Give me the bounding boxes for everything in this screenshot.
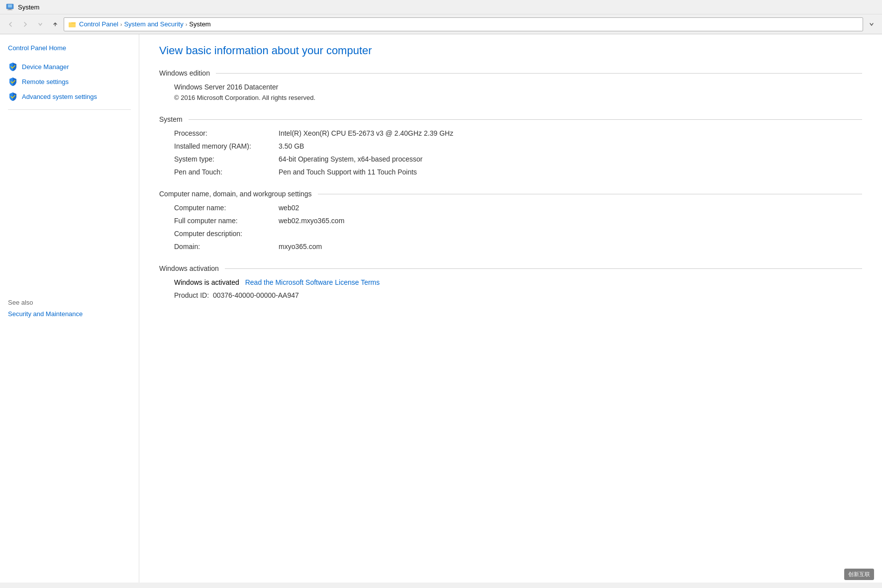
computer-description-label: Computer description:: [174, 230, 279, 238]
up-button[interactable]: [49, 18, 62, 31]
computer-name-row: Computer name: web02: [174, 204, 862, 212]
product-id-row: Product ID: 00376-40000-00000-AA947: [174, 291, 862, 299]
license-terms-link[interactable]: Read the Microsoft Software License Term…: [245, 278, 380, 286]
see-also-label: See also: [8, 299, 131, 306]
system-type-label: System type:: [174, 155, 279, 163]
ram-label: Installed memory (RAM):: [174, 142, 279, 150]
windows-edition-divider: [216, 73, 862, 74]
svg-rect-2: [8, 9, 11, 10]
sidebar-item-advanced-system-settings[interactable]: Advanced system settings: [8, 91, 131, 101]
pen-touch-row: Pen and Touch: Pen and Touch Support wit…: [174, 168, 862, 176]
security-maintenance-link[interactable]: Security and Maintenance: [8, 310, 131, 318]
windows-edition-header-text: Windows edition: [159, 69, 210, 77]
recent-locations-button[interactable]: [34, 18, 47, 31]
system-content: Processor: Intel(R) Xeon(R) CPU E5-2673 …: [159, 129, 862, 176]
back-button[interactable]: [4, 18, 17, 31]
computer-name-header-text: Computer name, domain, and workgroup set…: [159, 190, 312, 198]
computer-description-row: Computer description:: [174, 230, 862, 238]
advanced-system-settings-label: Advanced system settings: [22, 93, 97, 100]
shield-icon-advanced-settings: [8, 91, 18, 101]
domain-value: mxyo365.com: [279, 243, 322, 251]
device-manager-label: Device Manager: [22, 63, 69, 71]
system-icon: [6, 3, 14, 11]
sidebar-item-remote-settings[interactable]: Remote settings: [8, 77, 131, 86]
windows-edition-section-header: Windows edition: [159, 69, 862, 77]
processor-value: Intel(R) Xeon(R) CPU E5-2673 v3 @ 2.40GH…: [279, 129, 453, 137]
sidebar: Control Panel Home Device Manager Remote…: [0, 34, 139, 583]
folder-icon: [68, 20, 76, 28]
activation-divider: [225, 268, 862, 269]
breadcrumb-control-panel[interactable]: Control Panel: [79, 20, 118, 28]
remote-settings-label: Remote settings: [22, 78, 69, 85]
system-divider: [189, 119, 862, 120]
processor-label: Processor:: [174, 129, 279, 137]
computer-name-section-header: Computer name, domain, and workgroup set…: [159, 190, 862, 198]
breadcrumb-system-security[interactable]: System and Security: [124, 20, 183, 28]
sidebar-item-device-manager[interactable]: Device Manager: [8, 62, 131, 72]
processor-row: Processor: Intel(R) Xeon(R) CPU E5-2673 …: [174, 129, 862, 137]
product-id-label: Product ID:: [174, 291, 209, 299]
edition-name: Windows Server 2016 Datacenter: [174, 83, 862, 91]
pen-touch-label: Pen and Touch:: [174, 168, 279, 176]
system-type-row: System type: 64-bit Operating System, x6…: [174, 155, 862, 163]
windows-edition-content: Windows Server 2016 Datacenter © 2016 Mi…: [159, 83, 862, 101]
ram-row: Installed memory (RAM): 3.50 GB: [174, 142, 862, 150]
pen-touch-value: Pen and Touch Support with 11 Touch Poin…: [279, 168, 417, 176]
page-title: View basic information about your comput…: [159, 44, 862, 57]
system-type-value: 64-bit Operating System, x64-based proce…: [279, 155, 422, 163]
breadcrumb-system: System: [189, 20, 210, 28]
control-panel-home-link[interactable]: Control Panel Home: [8, 44, 131, 52]
content-area: View basic information about your comput…: [139, 34, 882, 583]
title-bar: System: [0, 0, 882, 14]
domain-label: Domain:: [174, 243, 279, 251]
computer-name-divider: [318, 194, 862, 194]
main-container: Control Panel Home Device Manager Remote…: [0, 34, 882, 583]
full-computer-name-row: Full computer name: web02.mxyo365.com: [174, 217, 862, 225]
copyright-text: © 2016 Microsoft Corporation. All rights…: [174, 94, 862, 101]
activation-status-row: Windows is activated Read the Microsoft …: [174, 278, 862, 286]
watermark: 创新互联: [844, 569, 874, 580]
system-section-header: System: [159, 115, 862, 123]
full-computer-name-label: Full computer name:: [174, 217, 279, 225]
computer-name-label: Computer name:: [174, 204, 279, 212]
forward-button[interactable]: [19, 18, 32, 31]
domain-row: Domain: mxyo365.com: [174, 243, 862, 251]
activation-status: Windows is activated: [174, 278, 239, 286]
shield-icon-remote-settings: [8, 77, 18, 86]
address-dropdown-button[interactable]: [865, 17, 878, 31]
product-id-value: 00376-40000-00000-AA947: [213, 291, 299, 299]
computer-name-value: web02: [279, 204, 299, 212]
svg-rect-3: [7, 10, 12, 10]
nav-bar: Control Panel › System and Security › Sy…: [0, 14, 882, 34]
shield-icon-device-manager: [8, 62, 18, 72]
breadcrumb-bar: Control Panel › System and Security › Sy…: [64, 17, 863, 31]
svg-rect-1: [8, 4, 12, 7]
title-bar-text: System: [18, 3, 39, 11]
sidebar-divider: [8, 109, 131, 110]
full-computer-name-value: web02.mxyo365.com: [279, 217, 344, 225]
activation-content: Windows is activated Read the Microsoft …: [159, 278, 862, 299]
system-header-text: System: [159, 115, 183, 123]
ram-value: 3.50 GB: [279, 142, 304, 150]
activation-section-header: Windows activation: [159, 264, 862, 272]
activation-header-text: Windows activation: [159, 264, 219, 272]
computer-name-content: Computer name: web02 Full computer name:…: [159, 204, 862, 251]
